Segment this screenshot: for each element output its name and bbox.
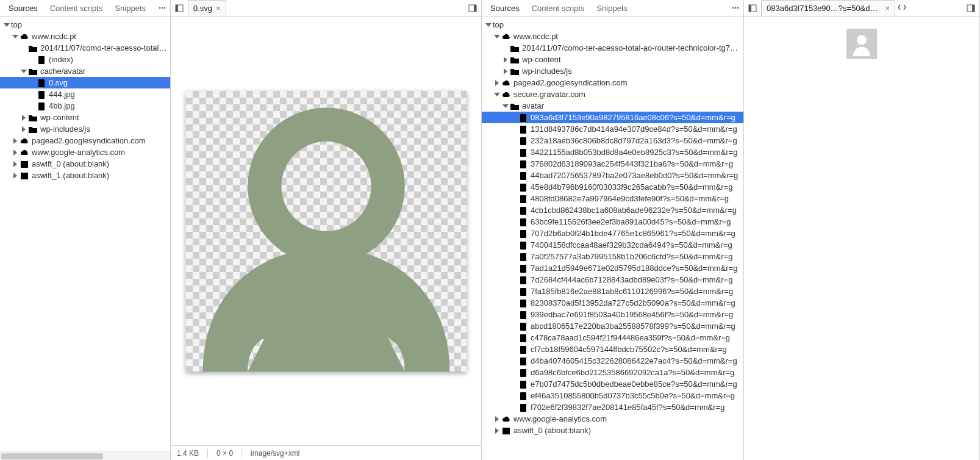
tree-row[interactable]: aswift_1 (about:blank) — [0, 170, 170, 181]
disclosure-triangle-icon[interactable] — [494, 428, 500, 434]
tree-row[interactable]: www.google-analytics.com — [482, 413, 743, 425]
tree-row-label: www.google-analytics.com — [32, 148, 125, 157]
tree-row[interactable]: pagead2.googlesyndication.com — [482, 77, 743, 88]
tree-row[interactable]: cf7cb18f59604c597144ffbdcb75502c?s=50&d=… — [482, 343, 743, 355]
file-icon — [518, 310, 528, 320]
cloud-icon — [501, 90, 511, 99]
open-file-tab[interactable]: 0.svg × — [188, 0, 226, 16]
more-options-icon[interactable] — [157, 2, 168, 13]
tree-row[interactable]: www.ncdc.pt — [0, 31, 170, 42]
tree-row[interactable]: 4808fd08682e7a997964e9cd3fefe90f?s=50&d=… — [482, 193, 743, 204]
tree-row[interactable]: (index) — [0, 54, 170, 65]
tree-row[interactable]: cache/avatar — [0, 65, 170, 77]
tree-row[interactable]: 45e8d4b796b9160f03033f9c265acabb?s=50&d=… — [482, 181, 743, 193]
tree-row[interactable]: 083a6d3f7153e90a982795816ae08c06?s=50&d=… — [482, 112, 743, 123]
far-right-preview-panel: 083a6d3f7153e90…?s=50&d=mm&r=g × — [744, 0, 980, 460]
tree-row[interactable]: 707d2b6ab0f24b1bde47765e1c865961?s=50&d=… — [482, 228, 743, 239]
folder-icon — [510, 43, 520, 53]
tree-row[interactable]: 4cb1cbd862438bc1a608ab6ade96232e?s=50&d=… — [482, 204, 743, 216]
tree-row[interactable]: 4bb.jpg — [0, 100, 170, 112]
tree-row[interactable]: ef46a3510855800b5d0737b3c55c5b0e?s=50&d=… — [482, 390, 743, 401]
tree-row[interactable]: f702e6f2f39832f7ae208141e85fa45f?s=50&d=… — [482, 401, 743, 413]
tree-row[interactable]: 444.jpg — [0, 88, 170, 100]
disclosure-triangle-icon[interactable] — [494, 34, 500, 40]
tree-row[interactable]: 44bad720756537897ba2e073ae8eb0d0?s=50&d=… — [482, 170, 743, 181]
left-file-tree[interactable]: topwww.ncdc.pt2014/11/07/como-ter-acesso… — [0, 16, 170, 451]
horizontal-scrollbar[interactable] — [0, 451, 170, 460]
tree-row[interactable]: 2014/11/07/como-ter-acesso-total-ao-rout… — [482, 42, 743, 54]
disclosure-triangle-icon[interactable] — [494, 80, 500, 86]
close-tab-icon-r[interactable]: × — [885, 4, 890, 12]
disclosure-triangle-icon[interactable] — [21, 68, 27, 74]
tree-row[interactable]: 34221155ad8b053bd8d8a4e0eb8925c3?s=50&d=… — [482, 146, 743, 158]
tab-content-scripts-r[interactable]: Content scripts — [526, 1, 591, 15]
tree-row[interactable]: 63bc9fe115626f3ee2ef3ba891a00d45?s=50&d=… — [482, 216, 743, 228]
tree-row[interactable]: top — [0, 19, 170, 31]
tree-row[interactable]: avatar — [482, 100, 743, 112]
tree-row[interactable]: 131d8493786c7db414a94e307d9ce84d?s=50&d=… — [482, 123, 743, 135]
tree-row[interactable]: 82308370ad5f13952da727c5d2b5090a?s=50&d=… — [482, 297, 743, 309]
more-options-icon-r[interactable] — [730, 2, 741, 13]
tree-row-label: ef46a3510855800b5d0737b3c55c5b0e?s=50&d=… — [531, 391, 735, 400]
tree-row[interactable]: 232a18aeb36c806b8dc8d797d2a163d3?s=50&d=… — [482, 135, 743, 146]
tab-sources[interactable]: Sources — [2, 1, 44, 15]
folder-icon — [510, 55, 520, 65]
tree-row-label: 444.jpg — [49, 90, 75, 99]
disclosure-triangle-icon[interactable] — [12, 138, 18, 144]
tree-row[interactable]: 376802d63189093ac254f5443f321ba6?s=50&d=… — [482, 158, 743, 170]
disclosure-triangle-icon[interactable] — [503, 103, 509, 109]
disclosure-triangle-icon[interactable] — [494, 92, 500, 98]
tree-row[interactable]: 7a0f257577a3ab7995158b1b206c6cfd?s=50&d=… — [482, 251, 743, 262]
tree-row[interactable]: aswift_0 (about:blank) — [0, 158, 170, 170]
tree-row[interactable]: d6a98c6bfce6bd21253586692092ca1a?s=50&d=… — [482, 367, 743, 378]
tree-row[interactable]: abcd1806517e220ba3ba25588578f399?s=50&d=… — [482, 320, 743, 332]
tree-row[interactable]: wp-content — [482, 54, 743, 65]
nav-panel-left-icon-r[interactable] — [746, 2, 759, 14]
disclosure-triangle-icon[interactable] — [503, 68, 509, 74]
disclosure-triangle-icon[interactable] — [21, 126, 27, 132]
tree-row[interactable]: secure.gravatar.com — [482, 88, 743, 100]
tree-row[interactable]: www.ncdc.pt — [482, 31, 743, 42]
close-tab-icon[interactable]: × — [216, 4, 221, 12]
avatar-silhouette-icon — [186, 91, 467, 372]
nav-panel-right-icon-r[interactable] — [965, 2, 977, 14]
overflow-tabs-icon[interactable] — [898, 3, 906, 13]
right-file-tree[interactable]: topwww.ncdc.pt2014/11/07/como-ter-acesso… — [482, 16, 743, 460]
disclosure-triangle-icon[interactable] — [12, 34, 18, 40]
disclosure-triangle-icon[interactable] — [4, 22, 10, 28]
tree-row[interactable]: 939edbac7e691f8503a40b19568e456f?s=50&d=… — [482, 309, 743, 320]
tree-row[interactable]: 7fa185fb816e2ae881ab8c6110126996?s=50&d=… — [482, 286, 743, 297]
tree-row[interactable]: wp-includes/js — [0, 123, 170, 135]
tree-row[interactable]: c478ca78aad1c594f21f944486ea359f?s=50&d=… — [482, 332, 743, 343]
tab-content-scripts[interactable]: Content scripts — [44, 1, 109, 15]
disclosure-triangle-icon[interactable] — [494, 416, 500, 422]
file-icon — [518, 182, 528, 192]
tree-row[interactable]: pagead2.googlesyndication.com — [0, 135, 170, 146]
tree-row[interactable]: e7b07d7475dc5b0dbedbeae0ebbe85ce?s=50&d=… — [482, 378, 743, 390]
tree-row[interactable]: 7d2684cf444ac6b7128843adbd89e03f?s=50&d=… — [482, 274, 743, 286]
tab-snippets[interactable]: Snippets — [109, 1, 152, 15]
tree-row[interactable]: 2014/11/07/como-ter-acesso-total-ao-ro — [0, 42, 170, 54]
tab-snippets-r[interactable]: Snippets — [590, 1, 634, 15]
tree-row[interactable]: 74004158dfccaa48aef329b32cda6494?s=50&d=… — [482, 239, 743, 251]
nav-panel-left-icon[interactable] — [173, 2, 185, 14]
disclosure-triangle-icon[interactable] — [503, 57, 509, 63]
tree-row-label: aswift_1 (about:blank) — [32, 171, 109, 180]
tab-sources-r[interactable]: Sources — [484, 1, 526, 15]
nav-panel-right-icon[interactable] — [467, 2, 479, 14]
tree-row[interactable]: d4ba4074605415c322628086422e7ac4?s=50&d=… — [482, 355, 743, 367]
tree-row[interactable]: www.google-analytics.com — [0, 146, 170, 158]
tree-row[interactable]: wp-includes/js — [482, 65, 743, 77]
disclosure-triangle-icon[interactable] — [12, 149, 18, 156]
tree-row[interactable]: aswift_0 (about:blank) — [482, 425, 743, 436]
tree-row[interactable]: 7ad1a21d5949e671e02d5795d188ddce?s=50&d=… — [482, 262, 743, 274]
right-tabs-row: Sources Content scripts Snippets — [482, 0, 743, 16]
tree-row[interactable]: 0.svg — [0, 77, 170, 88]
tree-row[interactable]: wp-content — [0, 112, 170, 123]
disclosure-triangle-icon[interactable] — [12, 161, 18, 167]
tree-row[interactable]: top — [482, 19, 743, 31]
disclosure-triangle-icon[interactable] — [12, 173, 18, 179]
disclosure-triangle-icon[interactable] — [485, 22, 492, 28]
open-file-tab-r[interactable]: 083a6d3f7153e90…?s=50&d=mm&r=g × — [761, 0, 895, 16]
disclosure-triangle-icon[interactable] — [21, 115, 27, 121]
